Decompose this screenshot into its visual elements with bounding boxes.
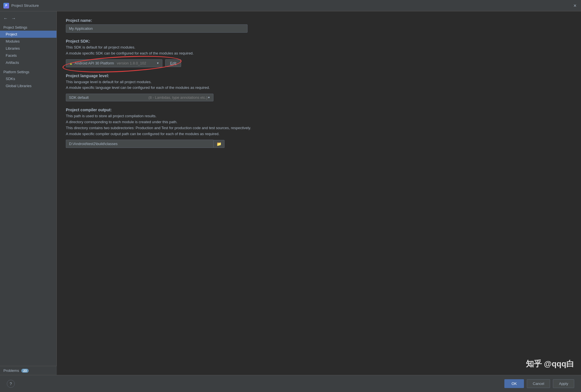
cancel-button[interactable]: Cancel — [527, 379, 550, 388]
sdk-dropdown-arrow: ▼ — [156, 62, 159, 65]
platform-settings-label: Platform Settings — [0, 68, 56, 75]
nav-buttons: ← → — [0, 14, 56, 24]
project-language-level-label: Project language level: — [66, 74, 572, 78]
output-path-input[interactable] — [66, 140, 213, 148]
sidebar-item-libraries[interactable]: Libraries — [0, 45, 56, 52]
problems-label: Problems — [3, 368, 19, 373]
sidebar-item-modules[interactable]: Modules — [0, 38, 56, 45]
language-level-note: (8 - Lambdas, type annotations etc.) — [148, 95, 207, 100]
project-sdk-label: Project SDK: — [66, 39, 572, 43]
help-button[interactable]: ? — [7, 380, 15, 388]
main-layout: ← → Project Settings Project Modules Lib… — [0, 11, 581, 375]
title-bar: P Project Structure × — [0, 0, 581, 11]
language-dropdown-arrow: ▼ — [207, 96, 210, 99]
problems-bar: Problems 23 — [0, 366, 57, 375]
apply-button[interactable]: Apply — [553, 379, 574, 388]
project-settings-label: Project Settings — [0, 24, 56, 31]
title-bar-title: Project Structure — [11, 3, 39, 8]
sdk-version: version 1.8.0_102 — [117, 61, 146, 65]
close-button[interactable]: × — [573, 3, 576, 8]
app-icon: P — [3, 3, 9, 9]
bottom-bar: ? OK Cancel Apply — [0, 375, 581, 392]
edit-sdk-button[interactable]: Edit — [165, 59, 181, 67]
language-level-value: SDK default — [69, 95, 147, 100]
sidebar-item-project[interactable]: Project — [0, 31, 56, 38]
sidebar-item-global-libraries[interactable]: Global Libraries — [0, 82, 56, 89]
sdk-name: Android API 30 Platform — [75, 61, 114, 65]
sidebar: ← → Project Settings Project Modules Lib… — [0, 11, 57, 375]
project-compiler-output-label: Project compiler output: — [66, 108, 572, 112]
project-name-label: Project name: — [66, 18, 572, 23]
project-compiler-output-desc: This path is used to store all project c… — [66, 113, 572, 137]
sidebar-item-sdks[interactable]: SDKs — [0, 75, 56, 82]
nav-back-button[interactable]: ← — [2, 15, 9, 22]
nav-forward-button[interactable]: → — [10, 15, 17, 22]
sidebar-item-facets[interactable]: Facets — [0, 52, 56, 59]
language-level-dropdown[interactable]: SDK default (8 - Lambdas, type annotatio… — [66, 94, 213, 101]
sidebar-item-artifacts[interactable]: Artifacts — [0, 59, 56, 66]
project-sdk-desc1: This SDK is default for all project modu… — [66, 45, 572, 56]
project-language-level-desc: This language level is default for all p… — [66, 79, 572, 91]
android-icon: ▲ — [69, 61, 73, 66]
folder-browse-button[interactable]: 📁 — [213, 140, 225, 148]
content-area: Project name: Project SDK: This SDK is d… — [57, 11, 581, 375]
ok-button[interactable]: OK — [504, 379, 524, 388]
sdk-dropdown[interactable]: ▲ Android API 30 Platform version 1.8.0_… — [66, 59, 162, 67]
output-path-row: 📁 — [66, 140, 572, 148]
project-name-input[interactable] — [66, 24, 247, 33]
sdk-row: ▲ Android API 30 Platform version 1.8.0_… — [66, 59, 572, 67]
problems-badge: 23 — [21, 369, 29, 373]
